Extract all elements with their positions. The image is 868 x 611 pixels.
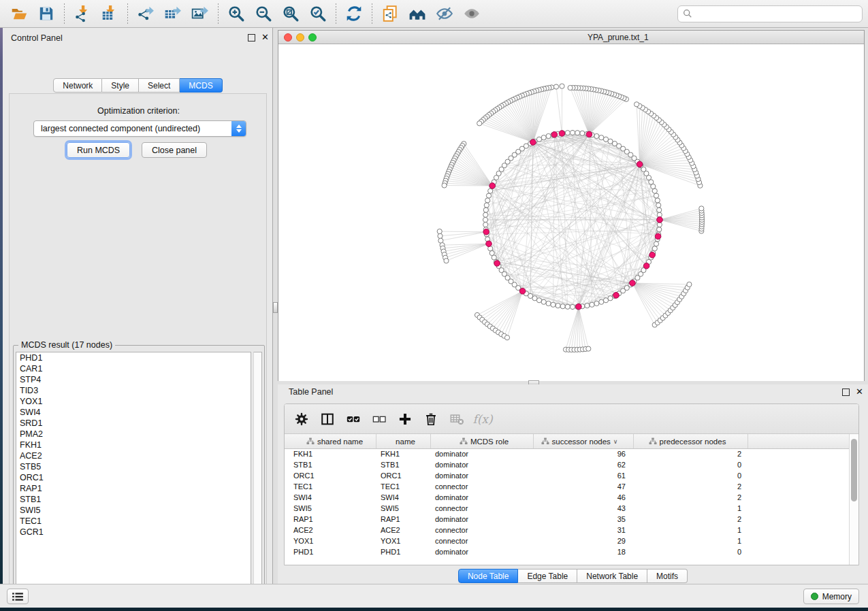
import-network-from-file-button[interactable] <box>69 2 96 25</box>
zoom-out-button[interactable] <box>250 2 277 25</box>
cell-predecessor-nodes[interactable]: 2 <box>634 482 748 491</box>
table-row[interactable]: STB1STB1dominator620 <box>285 459 850 470</box>
sort-descending-icon[interactable]: ∨ <box>613 438 618 445</box>
panel-menu-button[interactable] <box>7 589 29 604</box>
zoom-selected-region-button[interactable] <box>304 2 332 25</box>
column-header-predecessor-nodes[interactable]: predecessor nodes <box>634 434 748 448</box>
table-row[interactable]: RAP1RAP1dominator352 <box>285 514 850 525</box>
search-box[interactable] <box>677 5 863 22</box>
table-row[interactable]: FKH1FKH1dominator962 <box>285 448 850 459</box>
table-scrollbar-thumb[interactable] <box>851 439 857 501</box>
cell-MCDS-role[interactable]: dominator <box>431 515 534 523</box>
cell-successor-nodes[interactable]: 31 <box>534 526 634 534</box>
cell-successor-nodes[interactable]: 47 <box>534 482 634 491</box>
mcds-node[interactable] <box>551 132 558 138</box>
mcds-node[interactable] <box>530 139 536 146</box>
mcds-result-item[interactable]: YOX1 <box>16 396 251 407</box>
table-tab-node-table[interactable]: Node Table <box>458 569 519 583</box>
run-mcds-button[interactable]: Run MCDS <box>67 142 130 158</box>
tab-style[interactable]: Style <box>102 78 139 93</box>
mcds-result-item[interactable]: STB1 <box>16 494 251 505</box>
mcds-node[interactable] <box>486 241 492 247</box>
mcds-node[interactable] <box>649 252 656 258</box>
cell-MCDS-role[interactable]: dominator <box>431 493 534 501</box>
mcds-result-item[interactable]: PHD1 <box>16 352 251 363</box>
mcds-node[interactable] <box>643 263 649 269</box>
cell-MCDS-role[interactable]: connector <box>431 526 534 534</box>
mcds-result-item[interactable]: ORC1 <box>16 472 251 483</box>
cell-successor-nodes[interactable]: 29 <box>534 537 634 545</box>
cell-predecessor-nodes[interactable]: 2 <box>634 450 748 458</box>
network-canvas[interactable] <box>278 44 864 381</box>
table-row[interactable]: SWI4SWI4dominator462 <box>285 492 850 503</box>
mcds-result-item[interactable]: SWI4 <box>16 407 251 418</box>
close-table-panel-icon[interactable]: ✕ <box>856 388 863 395</box>
cell-successor-nodes[interactable]: 35 <box>534 515 634 523</box>
hide-selected-button[interactable] <box>431 2 458 25</box>
cell-name[interactable]: SWI4 <box>376 493 431 501</box>
cell-shared-name[interactable]: FKH1 <box>285 450 376 458</box>
first-neighbors-of-selected-button[interactable] <box>404 2 431 25</box>
mcds-result-item[interactable]: PMA2 <box>16 429 251 440</box>
cell-successor-nodes[interactable]: 96 <box>534 450 634 458</box>
cell-name[interactable]: SWI5 <box>376 504 431 512</box>
cell-MCDS-role[interactable]: dominator <box>431 548 534 556</box>
mcds-result-item[interactable]: SRD1 <box>16 418 251 429</box>
mcds-result-item[interactable]: GCR1 <box>16 527 251 538</box>
cell-name[interactable]: TEC1 <box>376 482 431 491</box>
new-network-from-selection-button[interactable] <box>376 2 404 25</box>
cell-successor-nodes[interactable]: 46 <box>534 493 634 501</box>
mcds-result-item[interactable]: TID3 <box>16 385 251 396</box>
cell-predecessor-nodes[interactable]: 2 <box>634 493 748 501</box>
float-panel-icon[interactable] <box>248 34 255 42</box>
table-scrollbar[interactable] <box>849 434 858 565</box>
window-minimize-icon[interactable] <box>296 33 304 42</box>
add-column-button[interactable] <box>393 408 417 431</box>
close-panel-icon[interactable]: ✕ <box>261 33 269 41</box>
mcds-result-item[interactable]: STP4 <box>16 374 251 385</box>
open-file-button[interactable] <box>5 2 33 25</box>
mcds-node[interactable] <box>559 131 565 137</box>
cell-shared-name[interactable]: ACE2 <box>285 526 376 534</box>
mcds-result-item[interactable]: RAP1 <box>16 483 251 494</box>
mcds-node[interactable] <box>655 233 661 240</box>
cell-successor-nodes[interactable]: 61 <box>534 472 634 480</box>
table-row[interactable]: PHD1PHD1dominator180 <box>285 546 850 557</box>
mcds-node[interactable] <box>483 229 489 235</box>
table-tab-motifs[interactable]: Motifs <box>647 569 688 583</box>
split-panel-button[interactable] <box>316 408 339 431</box>
mcds-node[interactable] <box>657 217 663 223</box>
network-window-titlebar[interactable]: YPA_prune.txt_1 <box>278 31 864 44</box>
cell-MCDS-role[interactable]: dominator <box>431 450 534 458</box>
table-row[interactable]: ORC1ORC1dominator610 <box>285 470 850 481</box>
table-tab-edge-table[interactable]: Edge Table <box>518 569 577 583</box>
cell-predecessor-nodes[interactable]: 0 <box>634 472 748 480</box>
apply-preferred-layout-button[interactable] <box>340 2 368 25</box>
cell-successor-nodes[interactable]: 18 <box>534 548 634 556</box>
cell-predecessor-nodes[interactable]: 0 <box>634 548 748 556</box>
cell-predecessor-nodes[interactable]: 1 <box>634 526 748 534</box>
column-header-successor-nodes[interactable]: successor nodes∨ <box>534 434 634 448</box>
mcds-node[interactable] <box>576 303 582 310</box>
cell-shared-name[interactable]: TEC1 <box>285 482 376 491</box>
mcds-result-item[interactable]: TEC1 <box>16 516 251 527</box>
cell-shared-name[interactable]: SWI4 <box>285 493 376 501</box>
memory-button[interactable]: Memory <box>803 589 859 604</box>
search-input[interactable] <box>696 8 857 19</box>
mcds-node[interactable] <box>637 161 643 167</box>
cell-predecessor-nodes[interactable]: 1 <box>634 504 748 512</box>
cell-shared-name[interactable]: STB1 <box>285 461 376 469</box>
cell-predecessor-nodes[interactable]: 0 <box>634 461 748 469</box>
mcds-result-list[interactable]: PHD1CAR1STP4TID3YOX1SWI4SRD1PMA2FKH1ACE2… <box>16 352 251 592</box>
cell-name[interactable]: PHD1 <box>376 548 431 556</box>
window-zoom-icon[interactable] <box>308 33 317 42</box>
mcds-list-scrollbar[interactable] <box>253 352 262 592</box>
mcds-node[interactable] <box>586 131 592 137</box>
delete-column-button[interactable] <box>419 408 443 431</box>
cell-predecessor-nodes[interactable]: 1 <box>634 537 748 545</box>
cell-name[interactable]: RAP1 <box>376 515 431 523</box>
show-all-button[interactable] <box>458 2 485 25</box>
mcds-node[interactable] <box>613 293 620 299</box>
table-row[interactable]: TEC1TEC1connector472 <box>285 481 850 492</box>
cell-name[interactable]: STB1 <box>376 461 431 469</box>
